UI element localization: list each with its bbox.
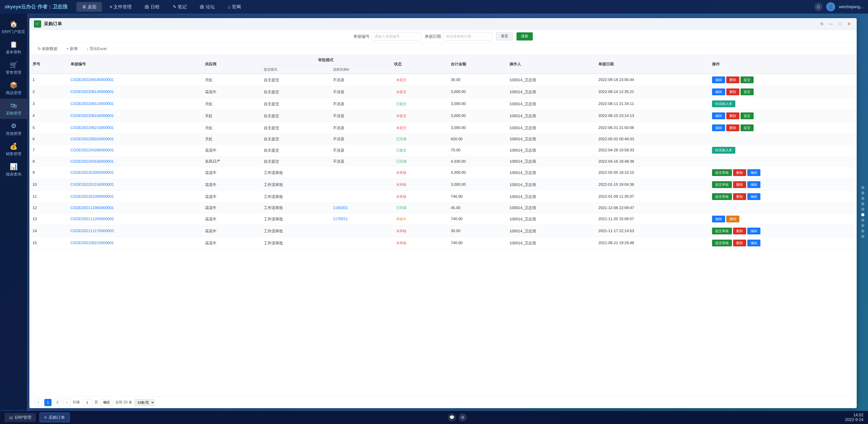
action-btn-编辑[interactable]: 编辑 xyxy=(712,124,725,131)
action-btn-删除[interactable]: 删除 xyxy=(733,181,746,188)
order-no-link[interactable]: CGDD202112060000001 xyxy=(70,206,114,210)
order-no-link[interactable]: CGDD202204160000001 xyxy=(70,159,114,164)
taskbar-item-purchase[interactable]: ≡ 采购订单 xyxy=(39,413,70,422)
page-2-btn[interactable]: 2 xyxy=(54,399,61,406)
maximize-btn[interactable]: □ xyxy=(837,21,843,27)
action-btn-提交[interactable]: 提交 xyxy=(741,112,754,119)
minimize-btn[interactable]: — xyxy=(828,21,834,27)
order-no-link[interactable]: CGDD202208140000001 xyxy=(70,90,114,94)
action-btn-提交审核[interactable]: 提交审核 xyxy=(712,228,732,234)
dot-9[interactable] xyxy=(861,229,864,233)
dot-6[interactable] xyxy=(861,213,864,216)
dot-5[interactable] xyxy=(861,208,864,211)
order-date-input[interactable] xyxy=(443,32,493,40)
chat-icon[interactable]: 💬 xyxy=(448,413,456,422)
order-no-link[interactable]: CGDD202205020000001 xyxy=(70,137,114,141)
order-no-link[interactable]: CGDD202208110000001 xyxy=(70,102,114,106)
action-btn-删除[interactable]: 删除 xyxy=(726,124,739,131)
sidebar-item-retail[interactable]: 🛒 零售管理 xyxy=(0,58,27,78)
process-id-link[interactable]: 1165001 xyxy=(333,206,348,210)
action-btn-撤销[interactable]: 撤销 xyxy=(726,216,739,222)
nav-website[interactable]: ⌂ 官网 xyxy=(222,2,246,12)
table-row: 5 CGDD202206210000001 天虹 自主提交 不涉及 未提交 3,… xyxy=(29,122,857,134)
dot-2[interactable] xyxy=(861,191,864,195)
avatar[interactable]: 👤 xyxy=(826,2,835,11)
action-btn-提交审核[interactable]: 提交审核 xyxy=(712,193,732,200)
sidebar-item-basic[interactable]: 📋 基本资料 xyxy=(0,37,27,58)
order-no-link[interactable]: CGDD202206210000001 xyxy=(70,125,114,130)
action-btn-提交[interactable]: 提交 xyxy=(741,124,754,131)
export-action[interactable]: ↓ 导出Excel xyxy=(84,45,110,53)
dot-3[interactable] xyxy=(861,197,864,200)
dot-1[interactable] xyxy=(861,186,864,189)
screen-icon[interactable]: ⊡ xyxy=(814,3,823,11)
order-no-link[interactable]: CGDD202208100000001 xyxy=(70,114,114,118)
sidebar-item-other[interactable]: ⚙ 其他管理 xyxy=(0,119,27,139)
add-action[interactable]: + 新增 xyxy=(64,45,80,53)
action-btn-删除[interactable]: 删除 xyxy=(733,169,746,176)
action-btn-提交审核[interactable]: 提交审核 xyxy=(712,239,732,246)
dot-8[interactable] xyxy=(861,224,864,227)
action-btn-编辑[interactable]: 编辑 xyxy=(747,239,761,246)
page-size-select[interactable]: 15条/页 20条/页 50条/页 xyxy=(134,399,155,406)
next-page-btn[interactable]: › xyxy=(63,399,70,406)
order-no-link[interactable]: CGDD202111170000003 xyxy=(70,229,114,233)
action-btn-删除[interactable]: 删除 xyxy=(733,193,746,200)
nav-forum[interactable]: 曲 论坛 xyxy=(194,2,220,12)
action-btn-编辑[interactable]: 编辑 xyxy=(712,88,725,95)
dot-7[interactable] xyxy=(861,219,864,222)
action-btn-提交[interactable]: 提交 xyxy=(741,77,754,83)
goto-confirm-btn[interactable]: 确定 xyxy=(100,399,113,406)
dot-4[interactable] xyxy=(861,202,864,205)
action-btn-删除[interactable]: 删除 xyxy=(733,239,746,246)
sidebar-item-sales[interactable]: 💰 销售管理 xyxy=(0,139,27,160)
action-btn-编辑[interactable]: 编辑 xyxy=(712,216,725,222)
close-btn[interactable]: ✕ xyxy=(846,21,852,27)
order-no-link[interactable]: CGDD202209180000001 xyxy=(70,78,114,82)
reset-button[interactable]: 重置 xyxy=(496,32,513,40)
action-btn-删除[interactable]: 删除 xyxy=(726,77,739,83)
order-no-link[interactable]: CGDD202201150000001 xyxy=(70,182,114,187)
action-btn-提交[interactable]: 提交 xyxy=(741,88,754,95)
order-no-link[interactable]: CGDD202111200000002 xyxy=(70,217,114,221)
search-button[interactable]: 搜索 xyxy=(517,32,533,40)
process-id-link[interactable]: 1170011 xyxy=(333,217,348,221)
order-no-input[interactable] xyxy=(371,32,421,40)
action-btn-删除[interactable]: 删除 xyxy=(726,112,739,119)
taskbar-purchase-icon: ≡ xyxy=(44,415,47,420)
prev-page-btn[interactable]: ‹ xyxy=(35,399,42,406)
order-no-link[interactable]: CGDD202204280000001 xyxy=(70,148,114,152)
action-btn-提交审核[interactable]: 提交审核 xyxy=(712,181,732,188)
action-btn-编辑[interactable]: 编辑 xyxy=(747,169,761,176)
refresh-btn[interactable]: ↻ xyxy=(819,21,825,27)
order-no-link[interactable]: CGDD202202050000001 xyxy=(70,170,114,175)
action-btn-转采购入库[interactable]: 转采购入库 xyxy=(712,147,735,153)
order-no-link[interactable]: CGDD202108210000001 xyxy=(70,241,114,245)
action-btn-转采购入库[interactable]: 转采购入库 xyxy=(712,101,735,107)
nav-calendar[interactable]: 曲 日程 xyxy=(139,2,165,12)
dot-10[interactable] xyxy=(861,235,864,238)
action-btn-删除[interactable]: 删除 xyxy=(726,88,739,95)
nav-notes[interactable]: ✎ 笔记 xyxy=(167,2,192,12)
sidebar-item-goods[interactable]: 📦 商品管理 xyxy=(0,78,27,98)
sidebar-item-erp-home[interactable]: 🏠 ERP门户首页 xyxy=(0,17,27,37)
page-1-btn[interactable]: 1 xyxy=(44,399,52,406)
action-btn-编辑[interactable]: 编辑 xyxy=(747,228,761,234)
taskbar-erp-icon: 🗂 xyxy=(9,415,13,420)
action-btn-编辑[interactable]: 编辑 xyxy=(747,193,761,200)
refresh-action[interactable]: ↻ 刷新数据 xyxy=(35,45,60,53)
goto-input[interactable] xyxy=(82,399,92,406)
action-btn-提交审核[interactable]: 提交审核 xyxy=(712,169,732,176)
nav-files[interactable]: ≡ 文件管理 xyxy=(104,2,137,12)
action-btn-删除[interactable]: 删除 xyxy=(733,228,746,234)
sidebar-item-report[interactable]: 📊 报表查询 xyxy=(0,160,27,180)
order-no-link[interactable]: CGDD202201090000001 xyxy=(70,194,114,199)
taskbar-item-erp[interactable]: 🗂 ERP管理 xyxy=(4,413,36,422)
settings-icon[interactable]: ⚙ xyxy=(459,413,467,422)
action-btn-编辑[interactable]: 编辑 xyxy=(712,77,725,83)
action-btn-编辑[interactable]: 编辑 xyxy=(712,112,725,119)
sidebar-item-purchase[interactable]: 🛍 采购管理 xyxy=(0,98,27,119)
nav-desktop[interactable]: 🖥 桌面 xyxy=(76,2,102,12)
cell-seq: 13 xyxy=(29,213,67,225)
action-btn-编辑[interactable]: 编辑 xyxy=(747,181,761,188)
